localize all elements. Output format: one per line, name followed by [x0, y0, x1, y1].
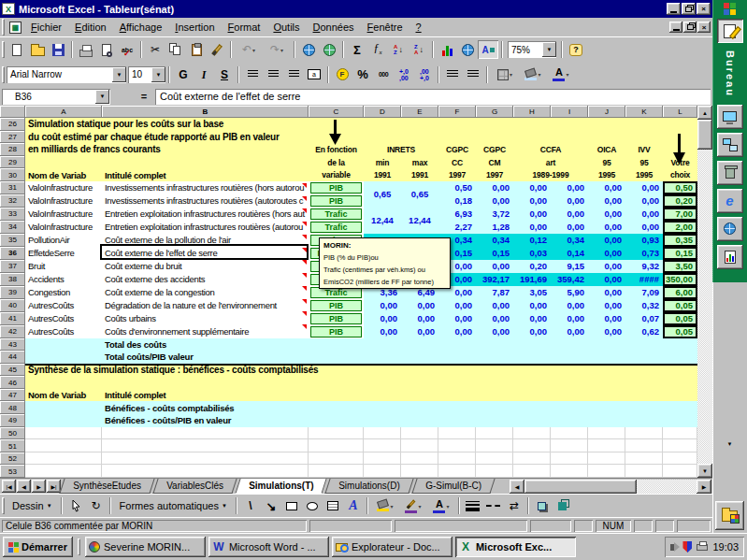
col-header-A[interactable]: A [25, 106, 102, 118]
cell-J41[interactable]: 0,00 [588, 312, 625, 325]
row-header-40[interactable]: 40 [0, 299, 25, 312]
tab-variablescls[interactable]: VariablesClés [152, 479, 237, 494]
row-header-47[interactable]: 47 [0, 389, 25, 402]
header-cell-H30[interactable]: 1989-1999 [513, 168, 588, 181]
header-cell-E29[interactable]: max [401, 156, 438, 169]
cell-G32[interactable]: 0,00 [476, 194, 513, 208]
cell-I31[interactable]: 0,00 [551, 181, 588, 194]
cell[interactable] [102, 439, 309, 452]
horizontal-scroll-thumb[interactable] [524, 480, 637, 494]
row-header-34[interactable]: 34 [0, 221, 25, 234]
cell-B32[interactable]: Investissements infrastructures routière… [102, 194, 309, 208]
cell[interactable] [625, 452, 663, 466]
save-button[interactable] [48, 40, 68, 59]
cell-B47[interactable]: Intitulé complet [102, 389, 309, 402]
dessin-menu-button[interactable]: Dessin▼ [7, 498, 58, 513]
align-left-button[interactable] [242, 65, 263, 84]
cell-H32[interactable]: 0,00 [513, 194, 551, 208]
cell-I33[interactable]: 0,00 [551, 208, 588, 221]
cell-B37[interactable]: Coût externe du bruit [102, 260, 309, 273]
cell-C33[interactable]: Trafic [309, 208, 364, 221]
close-button[interactable]: × [697, 3, 711, 15]
fill-color-button[interactable]: ▾ [519, 65, 547, 84]
align-right-button[interactable] [283, 65, 304, 84]
cell-J31[interactable]: 0,00 [588, 181, 625, 194]
threed-button[interactable] [553, 496, 573, 515]
cell-J40[interactable]: 0,00 [588, 299, 625, 312]
cell-J34[interactable]: 0,00 [588, 221, 625, 234]
antivirus-icon[interactable] [682, 541, 692, 553]
cell-A42[interactable]: AutresCoûts [25, 325, 102, 338]
cell-B48[interactable]: Bénéfices - coûts comptabilisés [102, 401, 663, 414]
cell-F32[interactable]: 0,18 [438, 194, 476, 208]
cell-A47[interactable]: Nom de Variab [25, 389, 102, 402]
cell-J33[interactable]: 0,00 [588, 208, 625, 221]
menu-[interactable]: ? [409, 20, 428, 35]
cell-D33-D34[interactable]: 12,44 [364, 208, 401, 234]
web-toolbar-button[interactable] [319, 40, 339, 59]
header-cell-F28[interactable]: CGPC [438, 143, 476, 156]
col-header-K[interactable]: K [625, 106, 663, 118]
paste-function-button[interactable]: ƒx [367, 40, 388, 59]
chevron-down-icon[interactable]: ▼ [151, 67, 165, 82]
workbook-icon[interactable]: ▦ [9, 22, 22, 34]
cell[interactable] [438, 452, 476, 466]
cell-I32[interactable]: 0,00 [551, 194, 588, 208]
font-color-button[interactable]: A▾ [547, 65, 575, 84]
header-cell-F30[interactable]: 1997 [438, 168, 476, 181]
cell-I35[interactable]: 0,34 [551, 234, 588, 247]
cell-C42[interactable]: PIB [309, 325, 364, 338]
cell-G38[interactable]: 392,17 [476, 273, 513, 286]
cell-H40[interactable]: 0,00 [513, 299, 551, 312]
cell-A40[interactable]: AutresCoûts [25, 299, 102, 312]
printer-icon[interactable] [697, 544, 708, 551]
cell[interactable] [364, 439, 401, 452]
cell[interactable] [309, 452, 364, 466]
cell-A33[interactable]: ValoInfrastructure [25, 208, 102, 221]
toolbar-handle[interactable] [2, 41, 5, 58]
next-tab-button[interactable]: ▶ [32, 480, 46, 493]
text-box-button[interactable] [323, 496, 343, 515]
cell-F42[interactable]: 0,00 [438, 325, 476, 338]
map-button[interactable] [457, 40, 478, 59]
cell-B30[interactable]: Intitulé complet [102, 168, 309, 181]
office-folder-button[interactable] [715, 501, 744, 530]
cell-K40[interactable]: 0,32 [625, 299, 663, 312]
cell-L42[interactable]: 0,05 [663, 325, 697, 338]
office-bar-logo-icon[interactable] [724, 3, 736, 15]
vertical-scrollbar[interactable]: ▲ ▼ [697, 106, 712, 478]
cell-I34[interactable]: 0,00 [551, 221, 588, 234]
cell-H38[interactable]: 191,69 [513, 273, 551, 286]
cell[interactable] [25, 427, 102, 440]
cell-B31[interactable]: Investissements infrastructures routière… [102, 181, 309, 194]
cell-K33[interactable]: 0,00 [625, 208, 663, 221]
header-cell-G30[interactable]: 1997 [476, 168, 513, 181]
down-arrow-drawing[interactable] [673, 134, 685, 168]
volume-icon[interactable] [670, 544, 675, 551]
header-cell-J30[interactable]: 1995 [588, 168, 625, 181]
cell-I37[interactable]: 9,15 [551, 260, 588, 273]
toolbar-handle[interactable] [2, 66, 5, 83]
equals-button[interactable]: = [136, 89, 151, 104]
vertical-scroll-thumb[interactable] [697, 120, 712, 150]
header-cell-H29[interactable]: art [513, 156, 588, 169]
row-header-30[interactable]: 30 [0, 168, 25, 181]
last-tab-button[interactable]: ▶| [47, 480, 61, 493]
arrow-tool-button[interactable]: ↘ [261, 496, 281, 515]
cell-K32[interactable]: 0,00 [625, 194, 663, 208]
italic-button[interactable]: I [194, 65, 214, 84]
header-cell-H28[interactable]: CCFA [513, 143, 588, 156]
menu-format[interactable]: Format [222, 20, 267, 35]
cell-K38[interactable]: #### [625, 273, 663, 286]
row-header-28[interactable]: 28 [0, 143, 25, 156]
cell[interactable] [663, 427, 697, 440]
cell[interactable] [401, 465, 438, 478]
cell[interactable] [309, 427, 364, 440]
cell[interactable] [364, 465, 401, 478]
sheet-title-line-2[interactable]: du coût estimé par chaque étude rapporté… [25, 131, 663, 144]
cell-H36[interactable]: 0,03 [513, 247, 551, 260]
cell-J42[interactable]: 0,00 [588, 325, 625, 338]
spelling-button[interactable]: abc✓ [117, 40, 137, 59]
cell-I39[interactable]: 5,90 [551, 286, 588, 299]
currency-style-button[interactable]: F [332, 65, 352, 84]
